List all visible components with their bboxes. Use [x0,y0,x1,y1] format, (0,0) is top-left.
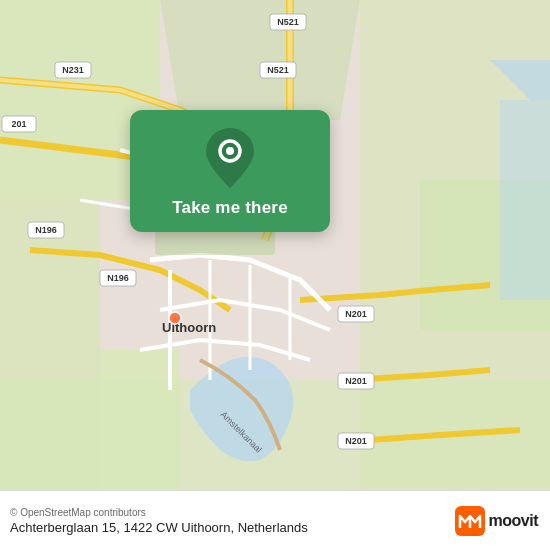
address-text: Achterberglaan 15, 1422 CW Uithoorn, Net… [10,520,308,535]
bottom-bar: © OpenStreetMap contributors Achterbergl… [0,490,550,550]
svg-text:N201: N201 [345,309,367,319]
svg-text:N196: N196 [107,273,129,283]
location-pin-icon [206,128,254,188]
svg-point-30 [226,147,234,155]
map-container: N521 N521 N231 201 N196 N196 N201 N201 N… [0,0,550,490]
svg-text:N231: N231 [62,65,84,75]
svg-text:201: 201 [11,119,26,129]
take-me-there-button[interactable]: Take me there [130,110,330,232]
moovit-icon [455,506,485,536]
svg-text:N521: N521 [277,17,299,27]
svg-text:N521: N521 [267,65,289,75]
address-section: © OpenStreetMap contributors Achterbergl… [10,507,308,535]
svg-point-28 [169,312,181,324]
take-me-there-label: Take me there [172,198,288,218]
svg-rect-8 [500,100,550,300]
moovit-logo: moovit [455,506,538,536]
svg-marker-7 [160,0,360,120]
svg-text:N196: N196 [35,225,57,235]
svg-text:N201: N201 [345,376,367,386]
copyright-text: © OpenStreetMap contributors [10,507,308,518]
map-background: N521 N521 N231 201 N196 N196 N201 N201 N… [0,0,550,490]
moovit-label: moovit [489,512,538,530]
svg-text:N201: N201 [345,436,367,446]
